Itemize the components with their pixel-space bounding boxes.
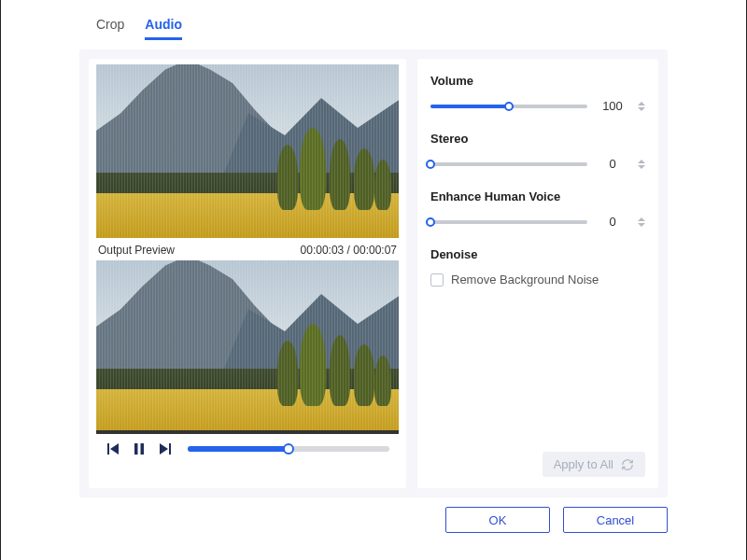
volume-slider[interactable] — [430, 105, 587, 108]
pause-button[interactable] — [132, 441, 147, 456]
chevron-down-icon[interactable] — [638, 223, 645, 227]
enhance-voice-label: Enhance Human Voice — [430, 189, 645, 203]
preview-scrub-bar[interactable] — [96, 430, 399, 434]
stereo-group: Stereo 0 — [430, 132, 645, 171]
preview-column: Output Preview 00:00:03 / 00:00:07 — [89, 59, 406, 488]
ok-button[interactable]: OK — [445, 507, 550, 533]
stereo-stepper[interactable] — [638, 160, 645, 169]
tab-crop[interactable]: Crop — [96, 17, 124, 40]
enhance-voice-stepper[interactable] — [638, 217, 645, 227]
chevron-down-icon[interactable] — [638, 165, 645, 169]
svg-rect-2 — [141, 443, 145, 455]
svg-rect-3 — [169, 443, 171, 455]
source-preview — [96, 64, 399, 238]
enhance-voice-slider[interactable] — [430, 220, 587, 224]
stereo-label: Stereo — [430, 132, 645, 146]
prev-frame-button[interactable] — [106, 441, 120, 456]
remove-noise-checkbox[interactable] — [430, 273, 444, 287]
chevron-down-icon[interactable] — [638, 107, 645, 111]
denoise-group: Denoise Remove Background Noise — [430, 247, 645, 287]
remove-noise-label: Remove Background Noise — [451, 273, 599, 287]
volume-stepper[interactable] — [638, 102, 645, 111]
stereo-slider[interactable] — [430, 162, 587, 166]
preview-info-row: Output Preview 00:00:03 / 00:00:07 — [96, 238, 399, 260]
enhance-voice-value: 0 — [597, 215, 628, 229]
volume-label: Volume — [430, 74, 645, 88]
playback-controls — [96, 434, 399, 456]
volume-group: Volume 100 — [430, 74, 645, 113]
output-preview — [96, 260, 399, 434]
seek-slider[interactable] — [188, 446, 389, 452]
main-panel: Output Preview 00:00:03 / 00:00:07 — [79, 49, 668, 497]
denoise-label: Denoise — [430, 247, 645, 261]
svg-rect-1 — [134, 443, 138, 455]
preview-time: 00:00:03 / 00:00:07 — [301, 244, 397, 257]
chevron-up-icon[interactable] — [638, 102, 645, 105]
apply-to-all-label: Apply to All — [554, 457, 613, 471]
enhance-voice-group: Enhance Human Voice 0 — [430, 189, 645, 229]
next-frame-button[interactable] — [158, 441, 173, 456]
chevron-up-icon[interactable] — [638, 217, 645, 221]
volume-value: 100 — [597, 99, 628, 113]
chevron-up-icon[interactable] — [638, 160, 645, 163]
tabs: Crop Audio — [79, 0, 668, 46]
stereo-value: 0 — [597, 157, 628, 171]
audio-settings-column: Volume 100 Stereo — [417, 59, 658, 488]
cancel-button[interactable]: Cancel — [563, 507, 668, 533]
refresh-icon — [621, 458, 634, 471]
svg-rect-0 — [107, 443, 109, 455]
tab-audio[interactable]: Audio — [145, 17, 182, 40]
dialog-footer: OK Cancel — [79, 497, 668, 533]
editor-window: Crop Audio Output Preview 00:00:03 / 00:… — [0, 0, 747, 560]
output-preview-label: Output Preview — [98, 244, 175, 257]
apply-to-all-button[interactable]: Apply to All — [543, 452, 645, 477]
